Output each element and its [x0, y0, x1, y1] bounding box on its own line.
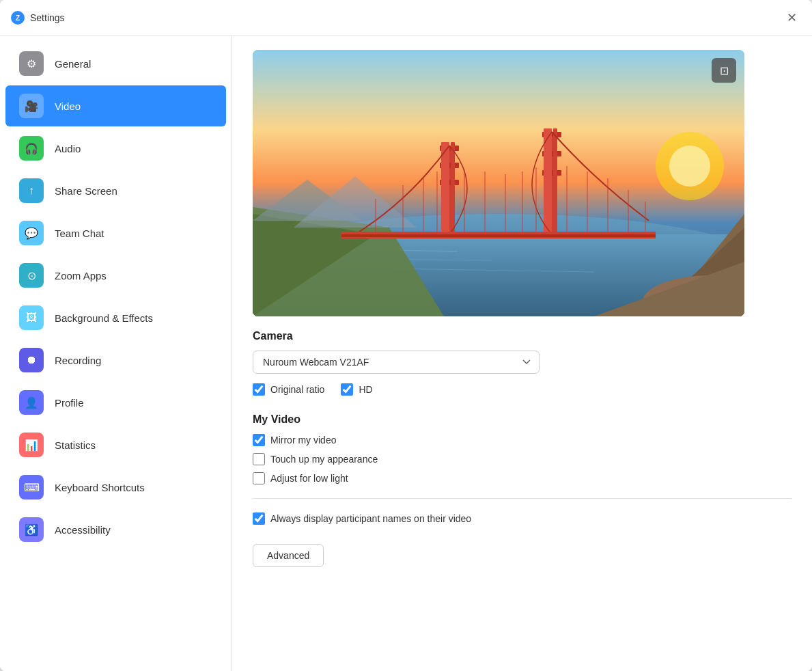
- sidebar-item-team-chat[interactable]: 💬Team Chat: [5, 213, 226, 254]
- sidebar-label-background-effects: Background & Effects: [55, 312, 153, 324]
- background-effects-icon: 🖼: [19, 305, 44, 330]
- sidebar-label-share-screen: Share Screen: [55, 185, 117, 197]
- mirror-checkbox[interactable]: [253, 434, 265, 446]
- camera-row: Nuroum Webcam V21AFDefault CameraFaceTim…: [253, 351, 792, 374]
- sidebar-label-keyboard-shortcuts: Keyboard Shortcuts: [55, 482, 145, 493]
- touch-up-label: Touch up my appearance: [270, 454, 378, 465]
- sidebar: ⚙General🎥Video🎧Audio↑Share Screen💬Team C…: [0, 36, 232, 671]
- hd-row: HD: [341, 383, 372, 396]
- sidebar-item-background-effects[interactable]: 🖼Background & Effects: [5, 297, 226, 338]
- sidebar-item-recording[interactable]: ⏺Recording: [5, 340, 226, 381]
- low-light-checkbox[interactable]: [253, 472, 265, 484]
- sidebar-label-team-chat: Team Chat: [55, 228, 104, 239]
- settings-window: Z Settings ✕ ⚙General🎥Video🎧Audio↑Share …: [0, 0, 812, 671]
- accessibility-icon: ♿: [19, 517, 44, 542]
- team-chat-icon: 💬: [19, 221, 44, 245]
- camera-preview-image: [253, 50, 744, 316]
- share-screen-icon: ↑: [19, 178, 44, 203]
- sidebar-label-recording: Recording: [55, 355, 101, 366]
- sidebar-label-statistics: Statistics: [55, 439, 96, 451]
- sidebar-label-video: Video: [55, 100, 81, 112]
- original-ratio-row: Original ratio: [253, 383, 324, 396]
- title-bar: Z Settings ✕: [0, 0, 812, 36]
- svg-rect-44: [253, 50, 744, 316]
- hd-checkbox[interactable]: [341, 383, 353, 396]
- sidebar-item-accessibility[interactable]: ♿Accessibility: [5, 509, 226, 550]
- low-light-label: Adjust for low light: [270, 473, 348, 484]
- hd-label: HD: [359, 384, 372, 395]
- main-content: ⊡ Camera Nuroum Webcam V21AFDefault Came…: [232, 36, 812, 671]
- close-button[interactable]: ✕: [782, 8, 801, 27]
- camera-checkboxes: Original ratio HD: [253, 383, 792, 402]
- original-ratio-checkbox[interactable]: [253, 383, 265, 396]
- sidebar-item-video[interactable]: 🎥Video: [5, 85, 226, 126]
- sidebar-label-profile: Profile: [55, 397, 84, 409]
- app-logo: Z: [11, 11, 25, 25]
- my-video-label: My Video: [253, 413, 792, 426]
- sidebar-item-statistics[interactable]: 📊Statistics: [5, 424, 226, 465]
- touch-up-row: Touch up my appearance: [253, 453, 792, 465]
- low-light-row: Adjust for low light: [253, 472, 792, 484]
- recording-icon: ⏺: [19, 348, 44, 372]
- profile-icon: 👤: [19, 390, 44, 415]
- participant-names-label: Always display participant names on thei…: [270, 513, 471, 524]
- video-icon: 🎥: [19, 94, 44, 118]
- general-icon: ⚙: [19, 51, 44, 76]
- sidebar-label-zoom-apps: Zoom Apps: [55, 270, 107, 282]
- mirror-row: Mirror my video: [253, 434, 792, 446]
- sidebar-label-audio: Audio: [55, 143, 81, 154]
- original-ratio-label: Original ratio: [270, 384, 324, 395]
- window-title: Settings: [30, 12, 782, 23]
- content-area: ⚙General🎥Video🎧Audio↑Share Screen💬Team C…: [0, 36, 812, 671]
- touch-up-checkbox[interactable]: [253, 453, 265, 465]
- participant-names-row: Always display participant names on thei…: [253, 512, 792, 525]
- camera-preview: ⊡: [253, 50, 744, 316]
- sidebar-label-general: General: [55, 58, 91, 70]
- audio-icon: 🎧: [19, 136, 44, 161]
- sidebar-item-share-screen[interactable]: ↑Share Screen: [5, 170, 226, 211]
- my-video-section: My Video Mirror my video Touch up my app…: [253, 413, 792, 484]
- participant-names-checkbox[interactable]: [253, 512, 265, 525]
- sidebar-item-keyboard-shortcuts[interactable]: ⌨Keyboard Shortcuts: [5, 467, 226, 508]
- sidebar-item-general[interactable]: ⚙General: [5, 43, 226, 84]
- camera-section-label: Camera: [253, 330, 792, 342]
- sidebar-item-audio[interactable]: 🎧Audio: [5, 128, 226, 169]
- mirror-label: Mirror my video: [270, 435, 336, 446]
- camera-select[interactable]: Nuroum Webcam V21AFDefault CameraFaceTim…: [253, 351, 540, 374]
- pip-button[interactable]: ⊡: [712, 58, 736, 83]
- zoom-apps-icon: ⊙: [19, 263, 44, 288]
- divider: [253, 498, 792, 499]
- sidebar-item-profile[interactable]: 👤Profile: [5, 382, 226, 423]
- sidebar-label-accessibility: Accessibility: [55, 524, 111, 536]
- sidebar-item-zoom-apps[interactable]: ⊙Zoom Apps: [5, 255, 226, 296]
- keyboard-shortcuts-icon: ⌨: [19, 475, 44, 499]
- statistics-icon: 📊: [19, 433, 44, 457]
- advanced-button[interactable]: Advanced: [253, 544, 324, 567]
